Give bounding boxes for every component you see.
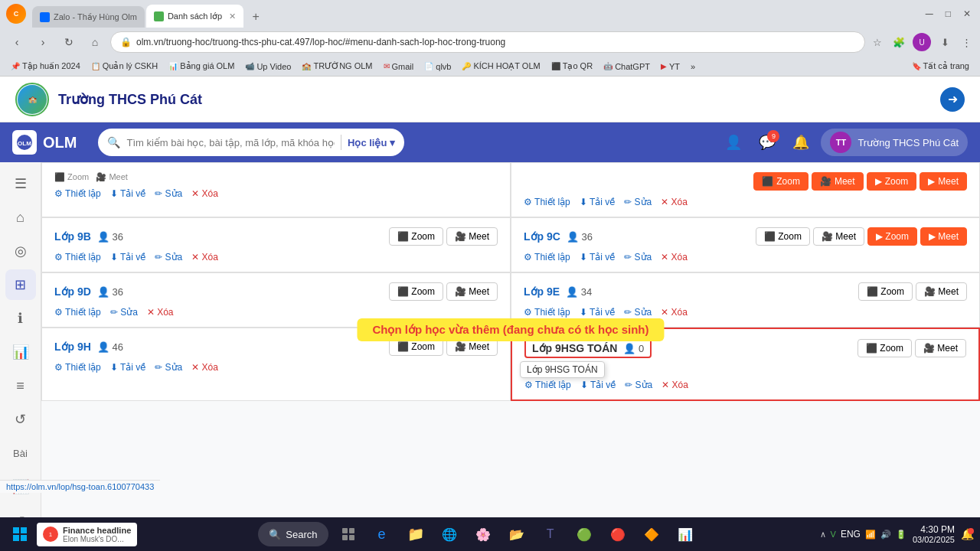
menu-icon[interactable]: ⋮ (959, 34, 974, 50)
meet-btn-9e[interactable]: 🎥 Meet (916, 282, 967, 301)
zoom-btn-9hsg[interactable]: ⬛ Zoom (858, 339, 912, 357)
search-taskbar[interactable]: 🔍 Search (258, 522, 328, 546)
task-view-button[interactable] (335, 520, 362, 548)
close-button[interactable]: ✕ (960, 5, 974, 22)
tool-thiet-lap-9hsg[interactable]: ⚙ Thiết lập (524, 380, 571, 390)
class-9h-name[interactable]: Lớp 9H (54, 341, 91, 353)
tool-tai-ve-9e[interactable]: ⬇ Tải về (580, 307, 615, 318)
tool-tai-ve-9b-top[interactable]: ⬇ Tải về (110, 188, 145, 199)
meet-btn-9c-extra2[interactable]: ▶ Meet (920, 172, 967, 191)
sidebar-item-menu[interactable]: ☰ (5, 168, 36, 199)
tool-thiet-lap-9d[interactable]: ⚙ Thiết lập (54, 307, 101, 318)
zoom-btn-9c[interactable]: ⬛ Zoom (756, 227, 810, 246)
tool-thiet-lap-9h[interactable]: ⚙ Thiết lập (54, 362, 101, 373)
sidebar-item-report[interactable]: ◎ (5, 236, 36, 266)
finance-notification[interactable]: 1 Finance headline Elon Musk's DO... (37, 523, 137, 546)
bookmark-tao-qr[interactable]: ⬛Tạo QR (547, 60, 597, 73)
search-box[interactable]: 🔍 Học liệu ▾ (98, 129, 404, 156)
messages-nav-icon[interactable]: 💬 9 (753, 129, 781, 156)
zoom-btn-9c-extra2[interactable]: ▶ Zoom (867, 172, 917, 191)
tool-xoa-9b-top[interactable]: ✕ Xóa (191, 188, 218, 199)
olm-logo[interactable]: OLM OLM (12, 130, 77, 155)
tool-thiet-lap-9b-top[interactable]: ⚙ Thiết lập (54, 188, 101, 199)
taskbar-app1[interactable]: 🟢 (570, 520, 598, 548)
bookmark-truong-olm[interactable]: 🏫TRƯỜNG OLM (297, 60, 377, 73)
tool-tai-ve-9hsg[interactable]: ⬇ Tải về (580, 380, 616, 390)
download-icon[interactable]: ⬇ (937, 34, 952, 50)
profile-nav-icon[interactable]: 👤 (720, 129, 747, 156)
bookmark-bang-gia[interactable]: 📊Bảng giá OLM (164, 60, 239, 73)
url-bar[interactable]: 🔒 olm.vn/truong-hoc/truong-thcs-phu-cat.… (110, 31, 865, 53)
sidebar-item-activity[interactable]: ↺ (5, 404, 36, 435)
taskbar-files[interactable]: 📂 (503, 520, 531, 548)
sidebar-item-info[interactable]: ℹ (5, 303, 36, 334)
bookmark-qlvb[interactable]: 📄qlvb (420, 60, 456, 73)
tool-xoa-9b[interactable]: ✕ Xóa (191, 252, 218, 262)
taskbar-edge[interactable]: e (368, 520, 396, 548)
sidebar-item-list[interactable]: ≡ (5, 370, 36, 401)
bookmark-gmail[interactable]: ✉Gmail (379, 60, 419, 73)
profile-icon[interactable]: U (913, 33, 931, 51)
bookmark-tap-huan[interactable]: 📌Tập huấn 2024 (6, 60, 85, 73)
tool-sua-9hsg[interactable]: ✏ Sửa (625, 380, 652, 390)
meet-btn-9c[interactable]: 🎥 Meet (813, 227, 864, 246)
windows-start-button[interactable] (6, 520, 34, 548)
tab-zalo[interactable]: Zalo - Thầy Hùng Olm (32, 6, 145, 28)
sidebar-item-homework[interactable]: Bài (5, 438, 36, 468)
search-input[interactable] (126, 137, 335, 148)
tool-tai-ve-9c[interactable]: ⬇ Tải về (580, 252, 615, 262)
taskbar-app3[interactable]: 🔶 (638, 520, 665, 548)
tray-volume[interactable]: 🔊 (880, 530, 891, 540)
tool-xoa-9d[interactable]: ✕ Xóa (147, 307, 174, 318)
tool-sua-9h[interactable]: ✏ Sửa (155, 362, 182, 373)
class-9c-name[interactable]: Lớp 9C (524, 230, 560, 243)
zoom-btn-9b[interactable]: ⬛ Zoom (389, 227, 443, 246)
reload-button[interactable]: ↻ (58, 31, 80, 53)
sidebar-item-grid[interactable]: ⊞ (5, 269, 36, 300)
taskbar-explorer[interactable]: 📁 (402, 520, 430, 548)
tool-thiet-lap-9c-top[interactable]: ⚙ Thiết lập (524, 197, 570, 207)
tool-sua-9c-top[interactable]: ✏ Sửa (624, 197, 652, 207)
tool-tai-ve-9b[interactable]: ⬇ Tải về (110, 252, 145, 262)
taskbar-app2[interactable]: 🔴 (604, 520, 632, 548)
zoom-btn-9d[interactable]: ⬛ Zoom (389, 282, 443, 301)
home-button[interactable]: ⌂ (84, 31, 106, 53)
bookmark-yt[interactable]: ▶YT (656, 60, 684, 73)
class-9b-name[interactable]: Lớp 9B (54, 230, 91, 243)
taskbar-app4[interactable]: 📊 (671, 520, 699, 548)
bookmark-chatgpt[interactable]: 🤖ChatGPT (599, 60, 655, 73)
sidebar-item-home[interactable]: ⌂ (5, 202, 36, 233)
maximize-button[interactable]: □ (942, 5, 954, 22)
tool-sua-9e[interactable]: ✏ Sửa (624, 307, 652, 318)
tool-tai-ve-9c-top[interactable]: ⬇ Tải về (580, 197, 615, 207)
tool-sua-9b[interactable]: ✏ Sửa (155, 252, 182, 262)
clock[interactable]: 4:30 PM 03/02/2025 (913, 524, 955, 544)
zoom-btn-9c-extra1[interactable]: ⬛ Zoom (753, 172, 808, 191)
tray-vicon[interactable]: V (831, 530, 836, 539)
user-nav-button[interactable]: TT Trường THCS Phú Cát (821, 129, 968, 156)
notification-center[interactable]: 🔔 (961, 528, 974, 540)
tool-thiet-lap-9b[interactable]: ⚙ Thiết lập (54, 252, 101, 262)
bookmark-kich-hoat[interactable]: 🔑KÍCH HOẠT OLM (457, 60, 544, 73)
forward-button[interactable]: › (32, 31, 54, 53)
bookmark-quan-ly[interactable]: 📋Quản lý CSKH (87, 60, 162, 73)
meet-btn-9d[interactable]: 🎥 Meet (446, 282, 498, 301)
tray-lang[interactable]: ENG (841, 529, 861, 540)
tab-olm[interactable]: Danh sách lớp ✕ (146, 5, 243, 28)
zoom-btn-9e[interactable]: ⬛ Zoom (858, 282, 913, 301)
bookmark-more[interactable]: » (686, 60, 700, 73)
meet-btn-9c-extra1[interactable]: 🎥 Meet (812, 172, 864, 191)
search-type-dropdown[interactable]: Học liệu ▾ (348, 137, 395, 148)
tool-xoa-9h[interactable]: ✕ Xóa (191, 362, 218, 373)
tool-sua-9c[interactable]: ✏ Sửa (624, 252, 652, 262)
school-action-icon[interactable]: ➜ (940, 87, 965, 112)
meet-btn-9hsg[interactable]: 🎥 Meet (915, 339, 966, 357)
bookmark-tat-ca-trang[interactable]: 🔖Tất cả trang (907, 60, 974, 73)
tool-sua-9d[interactable]: ✏ Sửa (110, 307, 138, 318)
class-9hsg-name[interactable]: Lớp 9HSG TOÁN (532, 342, 617, 354)
tool-xoa-9c-top[interactable]: ✕ Xóa (661, 197, 688, 207)
taskbar-coccoc[interactable]: 🌐 (436, 520, 463, 548)
tool-thiet-lap-9e[interactable]: ⚙ Thiết lập (524, 307, 570, 318)
tool-tai-ve-9h[interactable]: ⬇ Tải về (110, 362, 145, 373)
sidebar-item-chart[interactable]: 📊 (5, 337, 36, 367)
